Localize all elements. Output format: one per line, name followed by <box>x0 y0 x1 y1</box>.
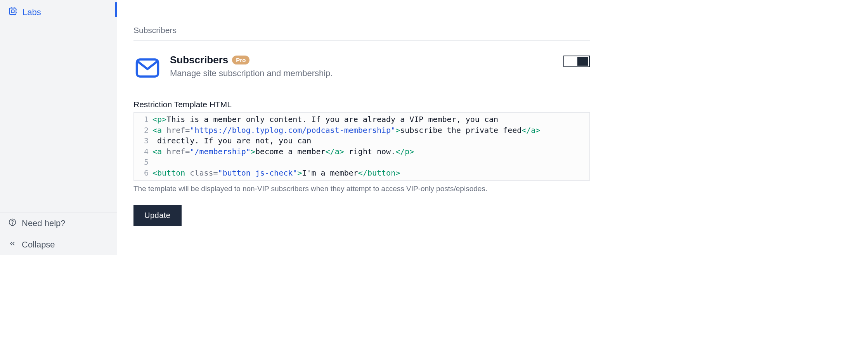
sidebar-item-help[interactable]: Need help? <box>0 212 117 234</box>
feature-toggle[interactable] <box>563 56 590 67</box>
mail-icon <box>133 54 161 82</box>
feature-text: Subscribers Pro Manage site subscription… <box>170 54 333 78</box>
sidebar-item-label: Labs <box>23 7 41 17</box>
sidebar-item-label: Collapse <box>22 240 55 250</box>
svg-point-11 <box>12 224 12 224</box>
main-content: Subscribers Subscribers Pro Manage site … <box>117 0 606 255</box>
feature-title: Subscribers <box>170 54 228 66</box>
line-gutter: 123456 <box>134 113 152 180</box>
sidebar-item-label: Need help? <box>22 218 66 228</box>
feature-row: Subscribers Pro Manage site subscription… <box>133 54 590 82</box>
sidebar-active-indicator <box>115 2 117 17</box>
code-body[interactable]: <p>This is a member only content. If you… <box>152 113 589 180</box>
sidebar-item-collapse[interactable]: Collapse <box>0 234 117 255</box>
restriction-template-editor[interactable]: 123456 <p>This is a member only content.… <box>133 112 590 181</box>
pro-badge: Pro <box>232 56 249 65</box>
section-title: Subscribers <box>133 26 590 41</box>
feature-description: Manage site subscription and membership. <box>170 68 333 78</box>
sidebar: Labs Need help? Collapse <box>0 0 117 255</box>
svg-rect-0 <box>11 10 14 12</box>
update-button[interactable]: Update <box>133 205 182 226</box>
template-help-text: The template will be displayed to non-VI… <box>133 185 590 193</box>
sidebar-item-labs[interactable]: Labs <box>0 3 117 22</box>
help-icon <box>9 218 16 228</box>
chevron-double-left-icon <box>9 240 16 250</box>
template-label: Restriction Template HTML <box>133 100 590 109</box>
toggle-knob <box>577 57 588 66</box>
svg-rect-1 <box>10 8 16 15</box>
labs-icon <box>9 7 17 18</box>
